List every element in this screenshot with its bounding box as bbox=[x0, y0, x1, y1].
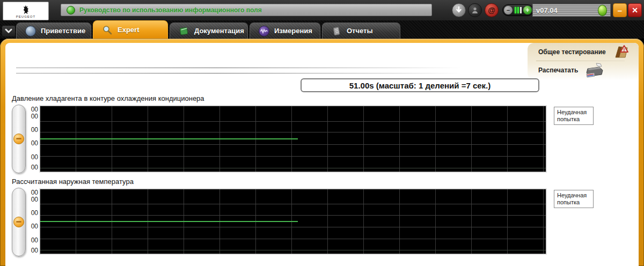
minimize-button[interactable]: – bbox=[613, 3, 627, 17]
notepad-icon bbox=[331, 26, 342, 36]
close-icon: ✕ bbox=[632, 6, 638, 14]
tick-label: 00 bbox=[31, 153, 38, 161]
tick-label: 00 bbox=[31, 209, 38, 217]
status-badge: Неудачная попытка bbox=[554, 107, 594, 125]
brand-text: PEUGEOT bbox=[16, 15, 35, 18]
tick-label: 00 bbox=[31, 223, 38, 230]
globe-icon bbox=[25, 26, 36, 36]
tick-label: 00 bbox=[31, 196, 38, 203]
slider-thumb[interactable] bbox=[13, 217, 24, 227]
side-action-panel: Общее тестирование ! Распечатать bbox=[528, 43, 639, 80]
time-scale-label: 51.00s (масштаб: 1 делений =7 сек.) bbox=[349, 81, 491, 90]
y-scale-slider[interactable] bbox=[12, 105, 26, 173]
y-axis-ticks: 00 00 00 00 00 00 bbox=[26, 189, 40, 254]
time-scale-box: 51.00s (масштаб: 1 делений =7 сек.) bbox=[301, 78, 539, 92]
volume-level-icon bbox=[515, 7, 522, 13]
tab-privetstvie[interactable]: Приветствие bbox=[16, 23, 91, 39]
y-axis-ticks: 00 00 00 00 00 00 bbox=[26, 106, 40, 172]
tick-label: 00 bbox=[31, 139, 38, 147]
warning-folder-icon: ! bbox=[611, 45, 632, 60]
workspace: Общее тестирование ! Распечатать bbox=[5, 43, 639, 266]
volume-control[interactable]: − + bbox=[502, 4, 533, 16]
tab-overflow-button[interactable] bbox=[2, 26, 15, 36]
print-label: Распечатать bbox=[538, 66, 578, 74]
peugeot-logo: PEUGEOT bbox=[3, 2, 49, 20]
book-icon bbox=[179, 26, 189, 36]
tab-label: Измерения bbox=[274, 27, 312, 35]
tab-otchety[interactable]: Отчеты bbox=[322, 23, 400, 39]
signal-trace bbox=[40, 221, 298, 222]
at-icon: @ bbox=[488, 6, 495, 14]
chart-title: Рассчитанная наружная температура bbox=[12, 177, 634, 188]
volume-plus-button[interactable]: + bbox=[523, 6, 532, 14]
content-frame: Общее тестирование ! Распечатать bbox=[0, 39, 644, 266]
chevron-down-icon bbox=[5, 28, 12, 34]
general-test-label: Общее тестирование bbox=[538, 48, 606, 56]
printer-icon bbox=[583, 62, 605, 78]
general-test-button[interactable]: Общее тестирование ! bbox=[528, 43, 639, 61]
tab-dokumentacia[interactable]: Документация bbox=[170, 23, 248, 39]
tick-label: 00 bbox=[31, 189, 38, 196]
svg-text:!: ! bbox=[623, 47, 625, 52]
chart-title: Давление хладагента в контуре охлаждения… bbox=[12, 94, 634, 105]
status-message: Руководство по использованию информацион… bbox=[79, 6, 262, 14]
minimize-icon: – bbox=[618, 6, 622, 15]
close-button[interactable]: ✕ bbox=[628, 3, 642, 17]
download-button[interactable] bbox=[452, 3, 466, 17]
tab-label: Отчеты bbox=[347, 27, 373, 35]
connection-led-icon bbox=[598, 5, 607, 16]
tab-izmerenia[interactable]: Измерения bbox=[250, 23, 320, 39]
magnifier-icon bbox=[102, 25, 113, 35]
tab-label: Приветствие bbox=[41, 27, 85, 35]
volume-minus-button[interactable]: − bbox=[504, 6, 513, 14]
slider-thumb[interactable] bbox=[13, 134, 24, 144]
oscilloscope-plot[interactable] bbox=[40, 189, 546, 254]
tick-label: 00 bbox=[31, 164, 38, 171]
user-icon bbox=[471, 6, 479, 14]
tick-label: 00 bbox=[31, 106, 38, 113]
tick-label: 00 bbox=[31, 113, 38, 120]
tick-label: 00 bbox=[31, 237, 38, 244]
oscilloscope-plot[interactable] bbox=[40, 106, 546, 172]
tick-label: 00 bbox=[31, 247, 38, 254]
titlebar: PEUGEOT Руководство по использованию инф… bbox=[0, 0, 644, 20]
tab-bar: Приветствие Expert Документация bbox=[0, 20, 644, 39]
version-text: v07.04 bbox=[536, 6, 558, 14]
waveform-icon bbox=[259, 26, 269, 36]
status-badge: Неудачная попытка bbox=[554, 190, 594, 208]
tab-label: Expert bbox=[118, 26, 139, 34]
y-scale-slider[interactable] bbox=[12, 188, 26, 256]
user-button[interactable] bbox=[468, 3, 482, 17]
email-button[interactable]: @ bbox=[485, 3, 499, 17]
chart-block-outside-temperature: Рассчитанная наружная температура 00 00 … bbox=[12, 177, 634, 256]
status-message-bar: Руководство по использованию информацион… bbox=[61, 4, 432, 16]
signal-trace bbox=[40, 138, 298, 139]
download-icon bbox=[455, 6, 463, 14]
lion-icon bbox=[20, 4, 31, 15]
version-field: v07.04 bbox=[532, 4, 611, 17]
section-divider bbox=[16, 68, 462, 78]
print-button[interactable]: Распечатать bbox=[528, 61, 639, 79]
tab-label: Документация bbox=[194, 27, 244, 35]
tab-expert[interactable]: Expert bbox=[93, 20, 168, 39]
status-green-icon bbox=[67, 6, 75, 14]
chart-block-refrigerant-pressure: Давление хладагента в контуре охлаждения… bbox=[12, 94, 634, 173]
tick-label: 00 bbox=[31, 126, 38, 134]
